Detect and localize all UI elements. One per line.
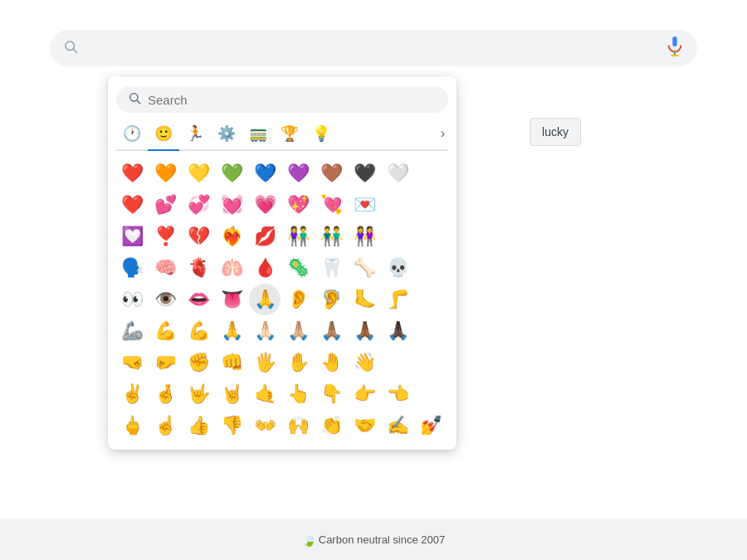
emoji-clapping[interactable]: 👏 <box>315 410 347 441</box>
emoji-eye[interactable]: 👁️ <box>149 284 181 315</box>
emoji-skin6[interactable]: 🙏🏿 <box>382 315 413 347</box>
emoji-backhand-left[interactable]: 🤛 <box>149 347 181 378</box>
picker-search-input[interactable] <box>148 93 437 107</box>
emoji-middle-finger[interactable]: 🖕 <box>116 410 148 441</box>
emoji-skin1[interactable]: 🙏 <box>216 315 247 347</box>
emoji-raised-back-hand[interactable]: 🤚 <box>315 347 347 378</box>
emoji-orange-heart[interactable]: 🧡 <box>149 158 181 189</box>
emoji-tooth[interactable]: 🦷 <box>315 252 347 284</box>
emoji-crossed-fingers[interactable]: 🤞 <box>149 378 181 410</box>
emoji-black-heart[interactable]: 🖤 <box>349 158 380 189</box>
emoji-skull[interactable]: 💀 <box>382 252 413 284</box>
emoji-fire-heart[interactable]: ❤️‍🔥 <box>216 221 247 252</box>
emoji-heart-decoration[interactable]: 💟 <box>116 221 148 252</box>
emoji-exclamation-heart[interactable]: ❣️ <box>149 221 181 252</box>
emoji-hand-splayed[interactable]: 🖐️ <box>249 347 281 378</box>
emoji-two-men[interactable]: 👬 <box>315 221 347 252</box>
emoji-v-sign[interactable]: ✌️ <box>116 378 148 410</box>
emoji-two-hearts[interactable]: 💕 <box>149 189 181 221</box>
emoji-revolving-hearts[interactable]: 💞 <box>183 189 214 221</box>
emoji-white-heart[interactable]: 🤍 <box>382 158 413 189</box>
emoji-point-down[interactable]: 👇 <box>315 378 347 410</box>
emoji-raised-hands[interactable]: 🙌 <box>282 410 314 441</box>
svg-line-1 <box>73 49 76 52</box>
emoji-microbe[interactable]: 🦠 <box>282 252 314 284</box>
emoji-raised-fist[interactable]: ✊ <box>183 347 214 378</box>
emoji-anatomical-heart[interactable]: 🫀 <box>183 252 214 284</box>
emoji-growing-heart[interactable]: 💗 <box>249 189 281 221</box>
emoji-skin2[interactable]: 🙏🏻 <box>249 315 281 347</box>
emoji-empty9 <box>382 347 413 378</box>
tab-faces[interactable]: 🙂 <box>148 121 179 146</box>
emoji-backhand-right[interactable]: 🤜 <box>116 347 148 378</box>
emoji-yellow-heart[interactable]: 💛 <box>183 158 214 189</box>
footer-bar: 🍃 Carbon neutral since 2007 <box>0 519 747 560</box>
emoji-green-heart[interactable]: 💚 <box>216 158 247 189</box>
emoji-heart-red2[interactable]: ❤️ <box>116 189 148 221</box>
emoji-nail-polish[interactable]: 💅 <box>415 410 447 441</box>
emoji-empty5 <box>415 221 447 252</box>
emoji-tongue[interactable]: 👅 <box>216 284 247 315</box>
emoji-leg[interactable]: 🦵 <box>382 284 413 315</box>
emoji-thumbsup[interactable]: 👍 <box>183 410 214 441</box>
emoji-sparkling-heart[interactable]: 💖 <box>282 189 314 221</box>
emoji-mouth[interactable]: 👄 <box>183 284 214 315</box>
emoji-raised-hand[interactable]: ✋ <box>282 347 314 378</box>
emoji-empty10 <box>415 347 447 378</box>
emoji-broken-heart[interactable]: 💔 <box>183 221 214 252</box>
tab-objects[interactable]: 💡 <box>305 121 337 146</box>
emoji-point-up[interactable]: 👆 <box>282 378 314 410</box>
svg-line-6 <box>137 100 140 104</box>
emoji-folded-hands[interactable]: 🙏 <box>249 284 281 315</box>
picker-search-wrap[interactable] <box>116 86 448 113</box>
emoji-skin5[interactable]: 🙏🏾 <box>349 315 380 347</box>
emoji-oncoming-fist[interactable]: 👊 <box>216 347 247 378</box>
mic-icon[interactable] <box>666 36 684 61</box>
emoji-brown-heart[interactable]: 🤎 <box>315 158 347 189</box>
emoji-waving-hand[interactable]: 👋 <box>349 347 380 378</box>
emoji-eyes[interactable]: 👀 <box>116 284 148 315</box>
emoji-lips[interactable]: 💋 <box>249 221 281 252</box>
emoji-call-me[interactable]: 🤙 <box>249 378 281 410</box>
emoji-thumbsdown[interactable]: 👎 <box>216 410 247 441</box>
emoji-writing-hand[interactable]: ✍️ <box>382 410 413 441</box>
emoji-point-left[interactable]: 👈 <box>382 378 413 410</box>
emoji-lungs[interactable]: 🫁 <box>216 252 247 284</box>
tab-settings[interactable]: ⚙️ <box>211 121 242 146</box>
emoji-purple-heart[interactable]: 💜 <box>282 158 314 189</box>
picker-search-icon <box>128 91 141 108</box>
emoji-ear2[interactable]: 🦻 <box>315 284 347 315</box>
lucky-button[interactable]: lucky <box>530 118 581 146</box>
emoji-mechanical-arm[interactable]: 🦾 <box>116 315 148 347</box>
emoji-love-you[interactable]: 🤟 <box>183 378 214 410</box>
emoji-red-heart[interactable]: ❤️ <box>116 158 148 189</box>
emoji-beating-heart[interactable]: 💓 <box>216 189 247 221</box>
emoji-point-up2[interactable]: ☝️ <box>149 410 181 441</box>
tab-recent[interactable]: 🕐 <box>116 121 148 146</box>
emoji-hand-shake[interactable]: 🤝 <box>349 410 380 441</box>
emoji-blood[interactable]: 🩸 <box>249 252 281 284</box>
emoji-blue-heart[interactable]: 💙 <box>249 158 281 189</box>
more-categories-button[interactable]: › <box>437 123 448 144</box>
tab-trophy[interactable]: 🏆 <box>274 121 305 146</box>
emoji-ear[interactable]: 👂 <box>282 284 314 315</box>
emoji-point-right[interactable]: 👉 <box>349 378 380 410</box>
emoji-empty7 <box>415 284 447 315</box>
emoji-brain[interactable]: 🧠 <box>149 252 181 284</box>
emoji-two-women[interactable]: 👭 <box>349 221 380 252</box>
tab-transport[interactable]: 🚃 <box>242 121 274 146</box>
emoji-love-letter[interactable]: 💌 <box>349 189 380 221</box>
emoji-speaking-head[interactable]: 🗣️ <box>116 252 148 284</box>
emoji-skin4[interactable]: 🙏🏽 <box>315 315 347 347</box>
emoji-foot[interactable]: 🦶 <box>349 284 380 315</box>
emoji-sign-of-horns[interactable]: 🤘 <box>216 378 247 410</box>
emoji-flexed-biceps[interactable]: 💪 <box>149 315 181 347</box>
emoji-bone[interactable]: 🦴 <box>349 252 380 284</box>
emoji-skin3[interactable]: 🙏🏼 <box>282 315 314 347</box>
emoji-flexed-biceps2[interactable]: 💪 <box>183 315 214 347</box>
emoji-open-hands[interactable]: 👐 <box>249 410 281 441</box>
emoji-cupid[interactable]: 💘 <box>315 189 347 221</box>
top-search-bar[interactable] <box>50 30 697 66</box>
tab-activity[interactable]: 🏃 <box>179 121 211 146</box>
emoji-couple[interactable]: 👫 <box>282 221 314 252</box>
